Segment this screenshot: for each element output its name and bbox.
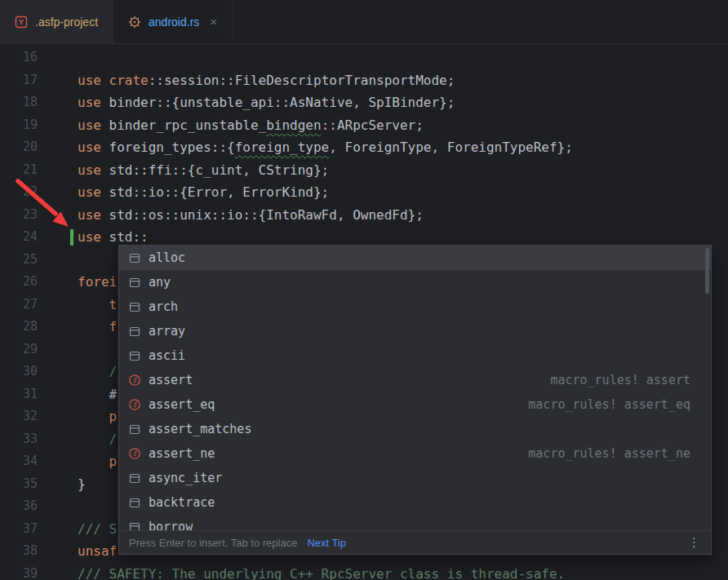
line-number[interactable]: 17 [0, 69, 38, 92]
code-segment: use [78, 229, 109, 245]
code-segment: use [78, 184, 109, 200]
line-number[interactable]: 30 [0, 361, 38, 383]
code-segment: p [78, 409, 117, 424]
code-segment: # [78, 387, 117, 402]
completion-item-alloc[interactable]: alloc [119, 246, 711, 270]
line-number[interactable]: 38 [0, 540, 38, 563]
tab-label: .asfp-project [35, 15, 98, 29]
svg-text:f: f [133, 376, 138, 384]
completion-items: allocanyarcharrayasciifassertmacro_rules… [119, 246, 711, 530]
ide-window: Y .asfp-project android.rs × 16171819202… [0, 0, 728, 580]
kebab-menu-icon[interactable]: ⋮ [688, 535, 701, 550]
next-tip-link[interactable]: Next Tip [307, 537, 346, 549]
code-segment: forei [78, 274, 117, 290]
code-segment: std::os::unix::io::{IntoRawFd, OwnedFd}; [109, 207, 424, 223]
code-segment: std::ffi::{c_uint, CString}; [109, 162, 330, 178]
completion-item-any[interactable]: any [119, 270, 711, 294]
line-number[interactable]: 25 [0, 249, 38, 272]
line-number[interactable]: 37 [0, 518, 38, 541]
line-number[interactable]: 27 [0, 294, 38, 317]
close-icon[interactable]: × [210, 15, 217, 28]
line-number[interactable]: 34 [0, 450, 38, 473]
completion-item-ascii[interactable]: ascii [119, 343, 711, 368]
completion-item-assert_ne[interactable]: fassert_nemacro_rules! assert_ne [119, 441, 711, 466]
code-segment: use [78, 73, 109, 88]
svg-text:Y: Y [19, 17, 24, 26]
line-number[interactable]: 31 [0, 383, 38, 406]
completion-item-label: array [149, 324, 185, 339]
completion-item-assert_matches[interactable]: assert_matches [119, 417, 711, 441]
line-number[interactable]: 29 [0, 339, 38, 361]
gutter: 1617181920212223242526272829303132333435… [0, 45, 78, 580]
line-number[interactable]: 33 [0, 428, 38, 451]
line-number[interactable]: 22 [0, 181, 38, 204]
code-segment: / [78, 432, 117, 447]
line-number[interactable]: 20 [0, 136, 38, 159]
code-line-16[interactable] [78, 46, 728, 69]
completion-item-label: assert_ne [149, 446, 215, 461]
completion-item-arch[interactable]: arch [119, 294, 711, 319]
code-segment: /// SAFETY: The underlying C++ RpcServer… [78, 566, 565, 580]
vcs-added-marker [70, 229, 73, 246]
code-line-23[interactable]: use std::os::unix::io::{IntoRawFd, Owned… [78, 204, 728, 227]
code-line-19[interactable]: use binder_rpc_unstable_bindgen::ARpcSer… [78, 114, 728, 137]
completion-item-async_iter[interactable]: async_iter [119, 466, 711, 490]
line-number[interactable]: 28 [0, 316, 38, 339]
code-line-17[interactable]: use crate::session::FileDescriptorTransp… [78, 69, 728, 92]
code-segment: f [78, 319, 117, 334]
code-segment: use [78, 207, 109, 223]
completion-item-assert_eq[interactable]: fassert_eqmacro_rules! assert_eq [119, 392, 711, 417]
module-icon [128, 520, 141, 530]
completion-popup: allocanyarcharrayasciifassertmacro_rules… [118, 245, 712, 555]
code-line-18[interactable]: use binder::{unstable_api::AsNative, SpI… [78, 91, 728, 114]
code-segment: foreign_types::{ [109, 139, 235, 155]
code-line-22[interactable]: use std::io::{Error, ErrorKind}; [78, 181, 728, 204]
tab-label: android.rs [149, 15, 199, 29]
completion-item-label: assert_eq [149, 397, 215, 412]
macro-icon: f [128, 398, 141, 411]
completion-item-label: arch [149, 299, 178, 314]
completion-item-backtrace[interactable]: backtrace [119, 490, 711, 515]
line-number[interactable]: 21 [0, 159, 38, 182]
line-number[interactable]: 23 [0, 204, 38, 227]
line-number[interactable]: 19 [0, 114, 38, 137]
module-icon [128, 423, 141, 436]
code-segment: use [78, 95, 109, 110]
code-line-39[interactable]: /// SAFETY: The underlying C++ RpcServer… [78, 563, 728, 580]
completion-list: allocanyarcharrayasciifassertmacro_rules… [119, 246, 711, 530]
completion-footer: Press Enter to insert, Tab to replace Ne… [119, 530, 711, 554]
line-number[interactable]: 18 [0, 91, 38, 114]
completion-item-label: assert_matches [149, 422, 251, 436]
code-segment: foreign_type [235, 139, 330, 155]
line-number[interactable]: 32 [0, 405, 38, 428]
code-segment: /// S [78, 521, 117, 537]
line-number[interactable]: 26 [0, 271, 38, 294]
code-segment: / [78, 364, 117, 379]
completion-item-tail: macro_rules! assert_eq [528, 397, 702, 412]
line-number[interactable]: 36 [0, 495, 38, 518]
code-line-20[interactable]: use foreign_types::{foreign_type, Foreig… [78, 136, 728, 159]
completion-item-label: ascii [149, 348, 185, 363]
tab-asfp-project[interactable]: Y .asfp-project [0, 0, 113, 43]
line-number[interactable]: 39 [0, 563, 38, 580]
code-segment: p [78, 454, 117, 469]
code-line-21[interactable]: use std::ffi::{c_uint, CString}; [78, 159, 728, 182]
line-number[interactable]: 24 [0, 226, 38, 249]
module-icon [128, 325, 141, 338]
line-number[interactable]: 35 [0, 473, 38, 496]
macro-icon: f [128, 447, 141, 460]
completion-item-label: assert [149, 373, 193, 387]
completion-hint: Press Enter to insert, Tab to replace [129, 537, 297, 549]
svg-text:f: f [133, 449, 138, 458]
completion-item-assert[interactable]: fassertmacro_rules! assert [119, 368, 711, 392]
code-segment: bindgen [266, 117, 321, 133]
popup-scrollbar[interactable] [705, 248, 709, 294]
code-segment: binder::{unstable_api::AsNative, SpIBind… [109, 95, 455, 110]
line-number[interactable]: 16 [0, 46, 38, 69]
rust-file-icon [128, 15, 141, 29]
completion-item-label: borrow [149, 520, 193, 530]
tab-android-rs[interactable]: android.rs × [113, 0, 233, 43]
completion-item-borrow[interactable]: borrow [119, 515, 711, 530]
completion-item-array[interactable]: array [119, 319, 711, 343]
completion-item-label: async_iter [149, 471, 222, 485]
